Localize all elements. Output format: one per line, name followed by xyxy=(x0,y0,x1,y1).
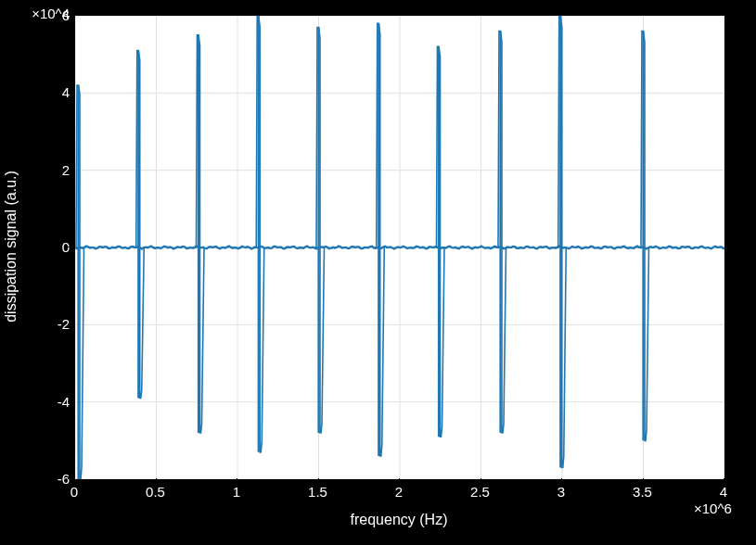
y-axis-label: dissipation signal (a.u.) xyxy=(3,171,19,323)
x-tick-label: 1 xyxy=(209,484,264,500)
x-tick-label: 4 xyxy=(696,484,751,500)
y-tick-label: 0 xyxy=(14,239,70,255)
x-axis-label: frequency (Hz) xyxy=(351,512,448,528)
x-tick-label: 3.5 xyxy=(615,484,671,500)
y-tick-label: -4 xyxy=(14,393,70,409)
x-axis-exponent: ×10^6 xyxy=(694,501,732,516)
plot-area xyxy=(74,15,725,480)
data-trace xyxy=(75,16,724,479)
x-tick-label: 1.5 xyxy=(290,484,346,500)
y-tick-label: 2 xyxy=(14,161,70,177)
y-tick-label: -2 xyxy=(14,316,70,332)
x-tick-label: 0 xyxy=(46,484,102,500)
x-tick-label: 0.5 xyxy=(128,484,184,500)
y-tick-label: 4 xyxy=(14,84,70,100)
x-tick-label: 2 xyxy=(371,484,427,500)
x-tick-label: 3 xyxy=(533,484,589,500)
chart-container: -6-4-20246 00.511.522.533.54 ×10^4 ×10^6… xyxy=(0,0,756,545)
y-axis-exponent: ×10^4 xyxy=(14,6,70,21)
x-tick-label: 2.5 xyxy=(453,484,508,500)
